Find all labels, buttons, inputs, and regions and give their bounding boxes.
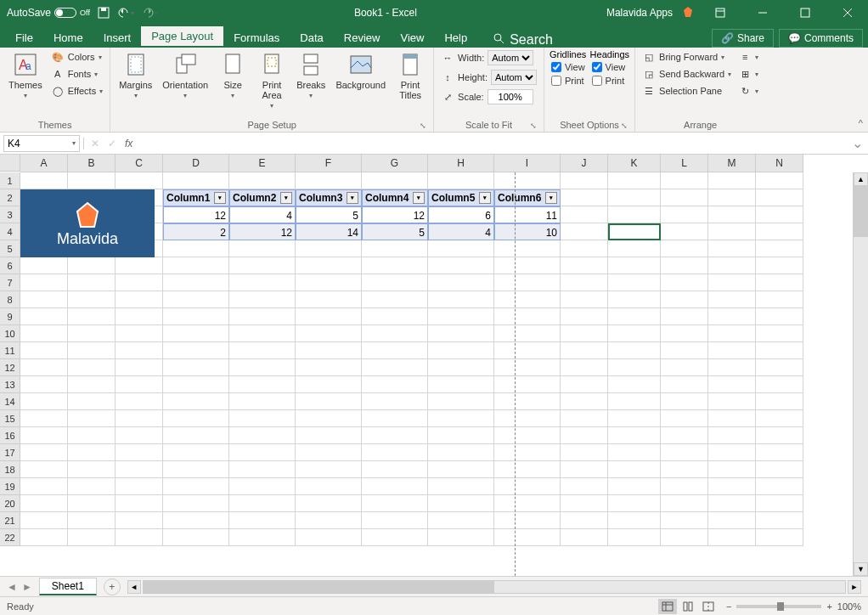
cell[interactable]: [68, 376, 116, 393]
cell[interactable]: [608, 274, 661, 291]
zoom-out-button[interactable]: −: [726, 601, 731, 612]
cell[interactable]: [494, 529, 561, 546]
cell[interactable]: [68, 274, 116, 291]
cell[interactable]: [20, 512, 68, 529]
table-cell[interactable]: 14: [296, 223, 362, 240]
cell[interactable]: [661, 512, 708, 529]
cell[interactable]: [296, 376, 362, 393]
cell[interactable]: [661, 410, 708, 427]
cell[interactable]: [561, 444, 608, 461]
formula-input[interactable]: [139, 135, 847, 152]
cell[interactable]: [20, 376, 68, 393]
cell[interactable]: [708, 512, 756, 529]
cell[interactable]: [608, 529, 661, 546]
cell[interactable]: [296, 325, 362, 342]
bring-forward-button[interactable]: ◱Bring Forward▾: [640, 49, 733, 65]
cell[interactable]: [494, 359, 561, 376]
cell[interactable]: [708, 359, 756, 376]
cell[interactable]: [608, 308, 661, 325]
fx-icon[interactable]: fx: [125, 138, 132, 150]
cell[interactable]: [229, 376, 296, 393]
save-icon[interactable]: [97, 6, 110, 20]
cell[interactable]: [229, 240, 296, 257]
cell[interactable]: [68, 410, 116, 427]
cell[interactable]: [561, 308, 608, 325]
row-header[interactable]: 19: [0, 478, 20, 495]
print-area-button[interactable]: Print Area▾: [254, 49, 290, 111]
cell[interactable]: [756, 291, 803, 308]
cell[interactable]: [428, 240, 494, 257]
cell[interactable]: [20, 257, 68, 274]
cell[interactable]: [708, 240, 756, 257]
cell[interactable]: [756, 410, 803, 427]
col-header[interactable]: G: [362, 155, 428, 172]
headings-print-check[interactable]: Print: [590, 75, 629, 87]
row-header[interactable]: 21: [0, 512, 20, 529]
cell[interactable]: [561, 393, 608, 410]
cell[interactable]: [561, 495, 608, 512]
group-button[interactable]: ⊞▾: [736, 66, 760, 82]
cell[interactable]: [362, 172, 428, 189]
cell[interactable]: [362, 410, 428, 427]
row-header[interactable]: 10: [0, 325, 20, 342]
cell[interactable]: [494, 172, 561, 189]
cell[interactable]: [229, 359, 296, 376]
cell[interactable]: [661, 427, 708, 444]
row-header[interactable]: 13: [0, 376, 20, 393]
malavida-logo[interactable]: Malavida: [20, 189, 155, 257]
cell[interactable]: [362, 274, 428, 291]
align-button[interactable]: ≡▾: [736, 49, 760, 65]
row-header[interactable]: 20: [0, 495, 20, 512]
cell[interactable]: [362, 393, 428, 410]
cell[interactable]: [756, 478, 803, 495]
col-header[interactable]: E: [229, 155, 296, 172]
col-header[interactable]: D: [163, 155, 229, 172]
cell[interactable]: [116, 444, 163, 461]
tab-page-layout[interactable]: Page Layout: [141, 26, 223, 48]
cell[interactable]: [428, 393, 494, 410]
cell[interactable]: [494, 478, 561, 495]
cell[interactable]: [756, 172, 803, 189]
cell[interactable]: [296, 257, 362, 274]
cell[interactable]: [756, 461, 803, 478]
width-select[interactable]: Automatic: [488, 50, 533, 65]
cell[interactable]: [661, 206, 708, 223]
table-cell[interactable]: 6: [428, 206, 494, 223]
cell[interactable]: [756, 240, 803, 257]
cell[interactable]: [608, 172, 661, 189]
cell[interactable]: [494, 393, 561, 410]
cell[interactable]: [296, 359, 362, 376]
cell[interactable]: [20, 529, 68, 546]
cell[interactable]: [661, 495, 708, 512]
cell[interactable]: [229, 274, 296, 291]
cell[interactable]: [362, 257, 428, 274]
cell[interactable]: [68, 495, 116, 512]
filter-icon[interactable]: ▾: [479, 192, 491, 204]
horizontal-scrollbar[interactable]: ◄ ►: [121, 580, 868, 594]
cell[interactable]: [296, 410, 362, 427]
cell[interactable]: [229, 444, 296, 461]
colors-button[interactable]: 🎨Colors▾: [49, 49, 104, 65]
row-header[interactable]: 17: [0, 444, 20, 461]
cell[interactable]: [116, 461, 163, 478]
sheet-tab-sheet1[interactable]: Sheet1: [39, 578, 97, 595]
cell[interactable]: [362, 427, 428, 444]
table-header-cell[interactable]: Column6▾: [494, 189, 561, 206]
cell[interactable]: [163, 410, 229, 427]
cell[interactable]: [362, 342, 428, 359]
cell[interactable]: [20, 444, 68, 461]
cell[interactable]: [68, 529, 116, 546]
cell[interactable]: [756, 359, 803, 376]
zoom-in-button[interactable]: +: [826, 601, 831, 612]
table-cell[interactable]: 12: [229, 223, 296, 240]
share-button[interactable]: 🔗Share: [712, 29, 774, 48]
scroll-right-icon[interactable]: ►: [848, 580, 861, 594]
cell[interactable]: [756, 512, 803, 529]
filter-icon[interactable]: ▾: [280, 192, 292, 204]
cell[interactable]: [428, 308, 494, 325]
cell[interactable]: [561, 240, 608, 257]
cell[interactable]: [494, 495, 561, 512]
cell[interactable]: [608, 427, 661, 444]
selection-pane-button[interactable]: ☰Selection Pane: [640, 83, 733, 99]
cell[interactable]: [661, 393, 708, 410]
